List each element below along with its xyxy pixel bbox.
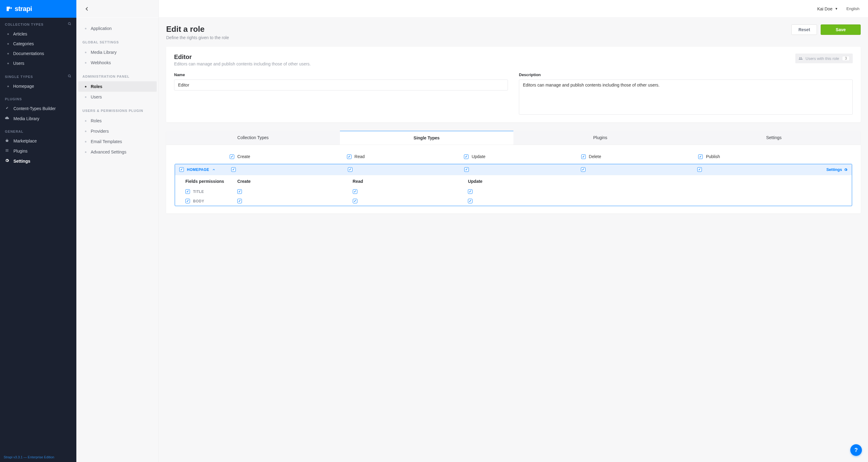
settings-item-media-library[interactable]: Media Library — [76, 47, 158, 57]
checkbox-body-read[interactable] — [353, 199, 357, 203]
checkbox-homepage-create[interactable] — [231, 167, 236, 172]
nav-item-documentations[interactable]: Documentations — [0, 49, 76, 58]
version-line: Strapi v3.3.1 — Enterprise Edition — [0, 452, 76, 462]
topbar: Kai Doe ▼ English — [159, 0, 868, 18]
nav-heading-plugins: PLUGINS — [5, 97, 22, 101]
permissions-entity-group: HOMEPAGE Settings — [175, 164, 852, 206]
checkbox-field-title[interactable] — [185, 189, 190, 194]
settings-item-providers[interactable]: Providers — [76, 126, 158, 136]
nav-item-categories[interactable]: Categories — [0, 39, 76, 49]
help-button[interactable]: ? — [850, 444, 862, 456]
nav-heading-general: GENERAL — [5, 129, 24, 133]
checkbox-homepage-update[interactable] — [464, 167, 469, 172]
checkbox-body-create[interactable] — [237, 199, 242, 203]
main-region: Kai Doe ▼ English Edit a role Define the… — [159, 0, 868, 462]
checkbox-title-update[interactable] — [468, 189, 472, 194]
save-button[interactable]: Save — [821, 25, 861, 35]
language-selector[interactable]: English — [846, 6, 860, 11]
tab-settings[interactable]: Settings — [687, 131, 861, 145]
field-row-title: TITLE — [175, 187, 852, 196]
checkbox-body-update[interactable] — [468, 199, 472, 203]
settings-heading-admin-panel: ADMINISTRATION PANEL — [76, 75, 158, 81]
settings-heading-users-perm: USERS & PERMISSIONS PLUGIN — [76, 109, 158, 116]
settings-item-advanced[interactable]: Advanced Settings — [76, 147, 158, 157]
entity-name: HOMEPAGE — [187, 168, 209, 172]
entity-settings-link[interactable]: Settings — [814, 167, 847, 172]
permissions-card: Collection Types Single Types Plugins Se… — [166, 131, 861, 213]
fields-permissions-header: Fields permissions Create Read Update — [175, 175, 852, 187]
nav-item-plugins[interactable]: Plugins — [0, 146, 76, 156]
search-icon[interactable] — [68, 74, 71, 79]
permissions-header-row: Create Read Update Delete Publish — [175, 152, 852, 164]
basket-icon — [5, 138, 10, 143]
settings-item-roles-admin[interactable]: Roles — [78, 81, 157, 92]
svg-point-2 — [68, 75, 70, 77]
strapi-logo-icon — [5, 5, 12, 12]
role-title: Editor — [174, 54, 311, 61]
settings-sidebar: Application GLOBAL SETTINGS Media Librar… — [76, 0, 159, 462]
brush-icon — [5, 106, 10, 111]
checkbox-field-body[interactable] — [185, 199, 190, 203]
permissions-tabs: Collection Types Single Types Plugins Se… — [166, 131, 861, 145]
settings-item-users-admin[interactable]: Users — [76, 92, 158, 102]
checkbox-homepage-delete[interactable] — [581, 167, 586, 172]
logo-bar: strapi — [0, 0, 76, 18]
nav-heading-single-types: SINGLE TYPES — [5, 75, 33, 79]
chevron-down-icon: ▼ — [835, 7, 838, 10]
name-label: Name — [174, 73, 508, 77]
nav-item-marketplace[interactable]: Marketplace — [0, 136, 76, 146]
checkbox-delete[interactable] — [581, 154, 586, 159]
cloud-icon — [5, 116, 10, 121]
checkbox-update[interactable] — [464, 154, 468, 159]
chevron-left-icon — [85, 6, 90, 11]
nav-item-ct-builder[interactable]: Content-Types Builder — [0, 103, 76, 113]
nav-item-articles[interactable]: Articles — [0, 29, 76, 39]
user-menu[interactable]: Kai Doe ▼ — [817, 6, 838, 11]
gear-icon — [5, 158, 10, 164]
role-subtitle: Editors can manage and publish contents … — [174, 61, 311, 66]
nav-item-homepage[interactable]: Homepage — [0, 81, 76, 91]
settings-heading-global: GLOBAL SETTINGS — [76, 40, 158, 47]
list-icon — [5, 148, 10, 153]
tab-single-types[interactable]: Single Types — [340, 131, 514, 145]
settings-item-email-templates[interactable]: Email Templates — [76, 136, 158, 147]
nav-heading-collection-types: COLLECTION TYPES — [5, 23, 44, 26]
page-subtitle: Define the rights given to the role — [166, 35, 229, 40]
checkbox-publish[interactable] — [698, 154, 703, 159]
tab-collection-types[interactable]: Collection Types — [166, 131, 340, 145]
name-input[interactable] — [174, 80, 508, 90]
svg-point-0 — [68, 23, 70, 25]
entity-row-homepage[interactable]: HOMEPAGE Settings — [175, 164, 852, 175]
search-icon[interactable] — [68, 22, 71, 27]
reset-button[interactable]: Reset — [791, 25, 817, 35]
users-with-role-badge: Users with this role 3 — [795, 54, 853, 63]
gear-icon — [844, 168, 847, 172]
main-sidebar: strapi COLLECTION TYPES Articles Categor… — [0, 0, 76, 462]
settings-item-application[interactable]: Application — [76, 23, 158, 34]
description-label: Description — [519, 73, 853, 77]
checkbox-create[interactable] — [230, 154, 234, 159]
nav-item-settings[interactable]: Settings — [0, 156, 76, 166]
description-textarea[interactable]: Editors can manage and publish contents … — [519, 80, 853, 115]
checkbox-homepage-publish[interactable] — [697, 167, 702, 172]
nav-item-users[interactable]: Users — [0, 58, 76, 68]
nav-item-media-library[interactable]: Media Library — [0, 113, 76, 123]
field-row-body: BODY — [175, 196, 852, 206]
back-button[interactable] — [83, 5, 91, 13]
page-title: Edit a role — [166, 25, 229, 34]
role-details-card: Editor Editors can manage and publish co… — [166, 47, 861, 122]
tab-plugins[interactable]: Plugins — [514, 131, 687, 145]
users-count: 3 — [842, 56, 850, 61]
chevron-up-icon — [212, 168, 215, 171]
checkbox-title-read[interactable] — [353, 189, 357, 194]
settings-item-webhooks[interactable]: Webhooks — [76, 57, 158, 68]
checkbox-title-create[interactable] — [237, 189, 242, 194]
settings-item-roles-plugin[interactable]: Roles — [76, 116, 158, 126]
user-name: Kai Doe — [817, 6, 833, 11]
svg-line-3 — [70, 77, 71, 78]
checkbox-homepage-read[interactable] — [348, 167, 352, 172]
checkbox-read[interactable] — [347, 154, 351, 159]
checkbox-entity[interactable] — [179, 167, 184, 172]
users-icon — [798, 56, 803, 61]
brand-name: strapi — [15, 5, 32, 13]
